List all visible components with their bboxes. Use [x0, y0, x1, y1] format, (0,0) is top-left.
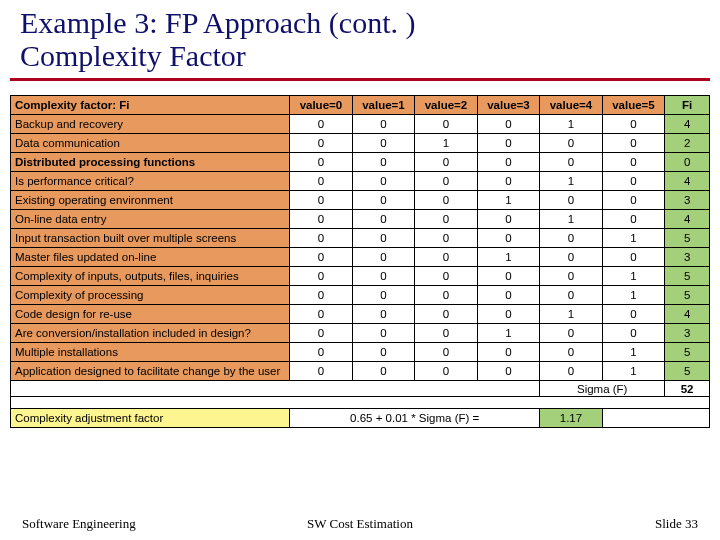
row-label: Are conversion/installation included in …: [11, 324, 290, 343]
row-label: Input transaction built over multiple sc…: [11, 229, 290, 248]
value-cell: 0: [540, 267, 603, 286]
header-val0: value=0: [290, 96, 353, 115]
value-cell: 0: [415, 324, 478, 343]
value-cell: 0: [540, 153, 603, 172]
value-cell: 0: [602, 115, 665, 134]
value-cell: 0: [352, 153, 415, 172]
row-label: Application designed to facilitate chang…: [11, 362, 290, 381]
value-cell: 0: [477, 305, 540, 324]
row-label: Complexity of processing: [11, 286, 290, 305]
row-label: Multiple installations: [11, 343, 290, 362]
row-label: On-line data entry: [11, 210, 290, 229]
footer-center: SW Cost Estimation: [247, 516, 472, 532]
fi-cell: 5: [665, 267, 710, 286]
value-cell: 0: [602, 210, 665, 229]
value-cell: 1: [415, 134, 478, 153]
value-cell: 0: [415, 210, 478, 229]
table-row: Code design for re-use0000104: [11, 305, 710, 324]
fi-cell: 3: [665, 248, 710, 267]
value-cell: 0: [477, 229, 540, 248]
header-val3: value=3: [477, 96, 540, 115]
table-row: On-line data entry0000104: [11, 210, 710, 229]
value-cell: 0: [352, 134, 415, 153]
value-cell: 1: [477, 248, 540, 267]
value-cell: 1: [540, 305, 603, 324]
value-cell: 1: [540, 172, 603, 191]
value-cell: 0: [477, 134, 540, 153]
title-line-2: Complexity Factor: [20, 39, 700, 72]
value-cell: 0: [602, 153, 665, 172]
table-row: Complexity of processing0000015: [11, 286, 710, 305]
title-line-1: Example 3: FP Approach (cont. ): [20, 6, 700, 39]
value-cell: 0: [477, 172, 540, 191]
value-cell: 1: [602, 286, 665, 305]
value-cell: 0: [290, 191, 353, 210]
value-cell: 0: [477, 286, 540, 305]
header-val1: value=1: [352, 96, 415, 115]
footer-left: Software Engineering: [22, 516, 247, 532]
value-cell: 1: [602, 267, 665, 286]
value-cell: 0: [415, 248, 478, 267]
fi-cell: 5: [665, 343, 710, 362]
table-row: Backup and recovery0000104: [11, 115, 710, 134]
fi-cell: 2: [665, 134, 710, 153]
row-label: Distributed processing functions: [11, 153, 290, 172]
blank-row: Sigma (F)52: [11, 381, 710, 397]
value-cell: 0: [415, 172, 478, 191]
complexity-table: Complexity factor: Fi value=0 value=1 va…: [10, 95, 710, 428]
sigma-label: Sigma (F): [540, 381, 665, 397]
row-label: Existing operating environment: [11, 191, 290, 210]
value-cell: 0: [352, 115, 415, 134]
header-fi: Fi: [665, 96, 710, 115]
caf-value: 1.17: [540, 409, 603, 428]
value-cell: 0: [352, 248, 415, 267]
value-cell: 0: [602, 305, 665, 324]
fi-cell: 0: [665, 153, 710, 172]
value-cell: 1: [540, 115, 603, 134]
value-cell: 0: [290, 248, 353, 267]
row-label: Backup and recovery: [11, 115, 290, 134]
slide-title: Example 3: FP Approach (cont. ) Complexi…: [0, 0, 720, 72]
value-cell: 0: [477, 362, 540, 381]
table-row: Input transaction built over multiple sc…: [11, 229, 710, 248]
sigma-value: 52: [665, 381, 710, 397]
value-cell: 0: [602, 248, 665, 267]
header-label: Complexity factor: Fi: [11, 96, 290, 115]
value-cell: 0: [352, 191, 415, 210]
value-cell: 0: [352, 362, 415, 381]
value-cell: 1: [602, 229, 665, 248]
value-cell: 0: [352, 305, 415, 324]
value-cell: 0: [540, 229, 603, 248]
header-val5: value=5: [602, 96, 665, 115]
table-row: Are conversion/installation included in …: [11, 324, 710, 343]
fi-cell: 3: [665, 324, 710, 343]
table-row: Application designed to facilitate chang…: [11, 362, 710, 381]
value-cell: 0: [415, 229, 478, 248]
value-cell: 0: [352, 229, 415, 248]
value-cell: 0: [290, 134, 353, 153]
value-cell: 1: [602, 362, 665, 381]
value-cell: 0: [290, 362, 353, 381]
value-cell: 0: [540, 134, 603, 153]
row-label: Is performance critical?: [11, 172, 290, 191]
value-cell: 0: [540, 343, 603, 362]
value-cell: 0: [477, 267, 540, 286]
row-label: Master files updated on-line: [11, 248, 290, 267]
table-row: Data communication0010002: [11, 134, 710, 153]
value-cell: 0: [415, 191, 478, 210]
value-cell: 0: [290, 153, 353, 172]
value-cell: 0: [415, 153, 478, 172]
value-cell: 0: [477, 115, 540, 134]
fi-cell: 5: [665, 362, 710, 381]
value-cell: 0: [602, 134, 665, 153]
value-cell: 0: [415, 267, 478, 286]
value-cell: 0: [477, 343, 540, 362]
value-cell: 0: [415, 343, 478, 362]
value-cell: 0: [415, 286, 478, 305]
value-cell: 0: [352, 210, 415, 229]
value-cell: 0: [415, 305, 478, 324]
fi-cell: 4: [665, 210, 710, 229]
value-cell: 1: [602, 343, 665, 362]
row-label: Code design for re-use: [11, 305, 290, 324]
spacer-row: [11, 397, 710, 409]
